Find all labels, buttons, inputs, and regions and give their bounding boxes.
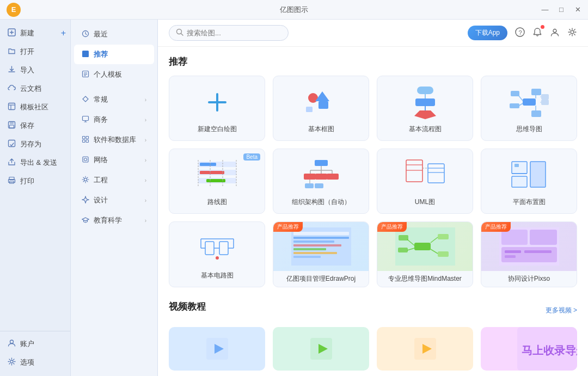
search-box[interactable]	[169, 25, 289, 41]
svg-rect-76	[315, 174, 327, 180]
sidebar-item-cloud[interactable]: 云文档	[0, 79, 70, 98]
template-org-auto[interactable]: 组织架构图（自动）	[273, 149, 369, 214]
topbar-actions: 下载App ?	[468, 26, 577, 40]
mid-nav-network-label: 网络	[94, 155, 108, 165]
template-circuit[interactable]: 基本电路图	[169, 221, 265, 287]
minimize-button[interactable]: —	[541, 6, 549, 14]
sidebar-item-new[interactable]: 新建 +	[0, 24, 70, 42]
mid-nav-recommend[interactable]: 推荐	[74, 45, 154, 64]
svg-rect-103	[293, 232, 349, 235]
mid-nav-design[interactable]: 设计 ›	[74, 190, 154, 210]
graduation-icon	[82, 216, 89, 225]
sidebar-item-print[interactable]: 打印	[0, 172, 70, 190]
basic-flow-label: 基本流程图	[409, 125, 442, 134]
svg-rect-58	[541, 100, 549, 105]
uml-label: UML图	[415, 198, 435, 207]
circuit-label: 基本电路图	[201, 271, 234, 280]
svg-rect-126	[505, 255, 516, 258]
mid-nav-business[interactable]: 商务 ›	[74, 110, 154, 130]
sidebar-item-import[interactable]: 导入	[0, 61, 70, 79]
template-basic-flow[interactable]: 基本流程图	[377, 76, 473, 141]
saveas-label: 另存为	[20, 139, 41, 149]
bell-icon[interactable]	[532, 27, 542, 39]
network-icon	[82, 156, 89, 165]
new-blank-visual	[175, 84, 259, 120]
template-floorplan[interactable]: 平面布置图	[481, 149, 577, 214]
svg-rect-92	[514, 164, 519, 167]
user-icon[interactable]	[550, 27, 560, 39]
arrow-icon3: ›	[145, 137, 146, 143]
mid-nav-engineering[interactable]: 工程 ›	[74, 170, 154, 190]
print-label: 打印	[20, 176, 34, 186]
cloud-label: 云文档	[20, 84, 41, 94]
recommend-title: 推荐	[169, 56, 577, 68]
svg-rect-109	[293, 256, 321, 258]
svg-rect-123	[501, 247, 557, 262]
template-basic-frame[interactable]: 基本框图	[273, 76, 369, 141]
sidebar-item-settings[interactable]: 选项	[0, 353, 70, 372]
template-new-blank[interactable]: 新建空白绘图	[169, 76, 265, 141]
svg-text:?: ?	[519, 29, 522, 35]
video-header: 视频教程 更多视频 >	[169, 300, 577, 320]
video-card-4[interactable]: 马上收录导航	[481, 327, 577, 371]
sidebar-item-account[interactable]: 账户	[0, 335, 70, 353]
svg-rect-125	[524, 250, 552, 253]
template-roadmap[interactable]: Beta	[169, 149, 265, 214]
svg-rect-22	[83, 136, 85, 139]
saveas-icon	[8, 139, 16, 149]
svg-rect-77	[327, 174, 339, 180]
add-plus-icon[interactable]: +	[61, 28, 66, 38]
more-videos-link[interactable]: 更多视频 >	[546, 306, 577, 315]
mid-nav-software[interactable]: 软件和数据库 ›	[74, 130, 154, 150]
svg-rect-62	[200, 163, 216, 166]
mindmap-visual	[487, 84, 571, 120]
sidebar-item-template[interactable]: 模板社区	[0, 98, 70, 116]
personal-icon	[82, 70, 89, 79]
arrow-icon: ›	[145, 97, 146, 103]
export-icon	[8, 158, 16, 168]
template-edrawproj[interactable]: 产品推荐 亿图项目管理EdrawProj	[273, 221, 369, 287]
content-scroll: 推荐 新建空白绘图	[158, 47, 588, 376]
close-button[interactable]: ✕	[574, 6, 581, 14]
mid-nav-education[interactable]: 教育科学 ›	[74, 211, 154, 230]
svg-rect-81	[406, 160, 422, 182]
sidebar-item-save[interactable]: 保存	[0, 116, 70, 135]
import-label: 导入	[20, 65, 34, 75]
mid-nav-general[interactable]: 常规 ›	[74, 90, 154, 109]
user-avatar[interactable]: E	[7, 3, 21, 17]
svg-rect-106	[293, 244, 341, 246]
mid-nav-recent[interactable]: 最近	[74, 24, 154, 44]
maximize-button[interactable]: □	[558, 6, 565, 14]
video-card-1[interactable]	[169, 327, 265, 371]
clock-icon	[82, 30, 89, 39]
sidebar-item-open[interactable]: 打开	[0, 42, 70, 61]
video-card-3[interactable]	[377, 327, 473, 371]
help-icon[interactable]: ?	[515, 27, 525, 39]
arrow-icon6: ›	[145, 198, 146, 204]
video-card-2[interactable]	[273, 327, 369, 371]
video-section: 视频教程 更多视频 > 马上	[169, 300, 577, 371]
download-app-button[interactable]: 下载App	[468, 26, 507, 40]
template-mindmap[interactable]: 思维导图	[481, 76, 577, 141]
svg-rect-54	[531, 110, 541, 117]
sidebar-item-saveas[interactable]: 另存为	[0, 135, 70, 153]
titlebar: E 亿图图示 — □ ✕	[0, 0, 588, 20]
sidebar-item-export[interactable]: 导出 & 发送	[0, 153, 70, 172]
sparkle-icon	[82, 196, 89, 205]
open-label: 打开	[20, 47, 34, 57]
arrow-icon7: ›	[145, 218, 146, 224]
svg-text:马上收录导航: 马上收录导航	[522, 344, 577, 356]
svg-rect-63	[200, 171, 224, 174]
mid-nav-business-label: 商务	[94, 115, 108, 125]
template-uml[interactable]: UML图	[377, 149, 473, 214]
template-mindmaster[interactable]: 产品推荐	[377, 221, 473, 287]
gear-icon[interactable]	[567, 27, 577, 39]
svg-rect-89	[512, 176, 527, 187]
template-pixso[interactable]: 产品推荐 协同设计Pixso	[481, 221, 577, 287]
open-icon	[8, 47, 16, 57]
basic-flow-visual	[383, 84, 467, 120]
search-input[interactable]	[187, 29, 274, 37]
mid-nav-personal[interactable]: 个人模板	[74, 65, 154, 84]
svg-rect-122	[530, 230, 557, 245]
mid-nav-network[interactable]: 网络 ›	[74, 150, 154, 170]
